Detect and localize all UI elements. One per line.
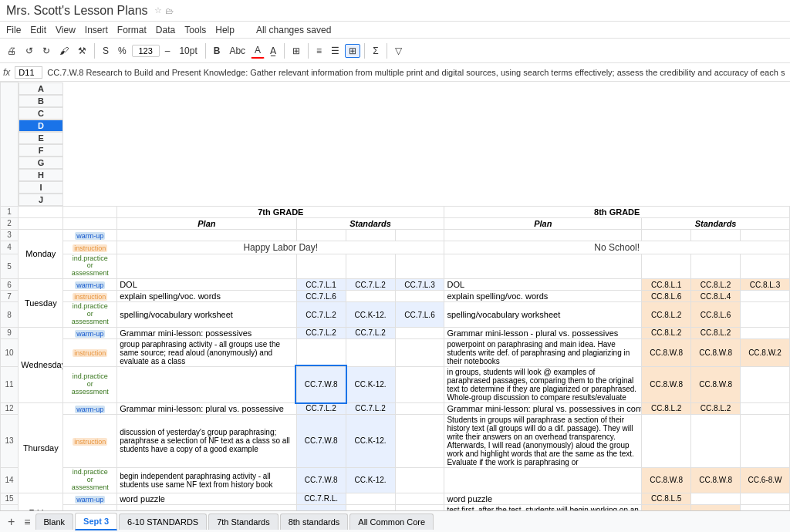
row-num-11[interactable]: 11	[1, 366, 19, 402]
cell-F12[interactable]	[395, 402, 444, 414]
row-num-1[interactable]: 1	[1, 206, 19, 217]
sheet-tab-blank[interactable]: Blank	[35, 513, 74, 530]
cell-D15[interactable]: CC.7.R.L.	[296, 493, 346, 504]
align-center-btn[interactable]: ☰	[327, 43, 343, 59]
cell-I8[interactable]: CC.8.L.6	[691, 302, 741, 328]
cell-J16[interactable]	[741, 504, 790, 510]
col-header-G[interactable]: G	[19, 157, 63, 169]
cell-D12[interactable]: CC.7.L.2	[296, 402, 346, 414]
paint-format-btn[interactable]: 🖌	[56, 43, 73, 59]
cell-H7[interactable]: CC.8.L.6	[642, 291, 691, 302]
row-num-7[interactable]: 7	[1, 291, 19, 302]
cell-D13[interactable]: CC.7.W.8	[296, 414, 346, 467]
highlight-btn[interactable]: A̲	[266, 43, 280, 59]
cell-standards-7[interactable]: Standards	[296, 217, 444, 229]
cell-D14[interactable]: CC.7.W.8	[296, 467, 346, 493]
cell-I13[interactable]	[691, 414, 741, 467]
cell-F5[interactable]	[395, 254, 444, 279]
col-header-D[interactable]: D	[19, 120, 63, 132]
cell-I15[interactable]	[691, 493, 741, 504]
add-sheet-btn[interactable]: +	[3, 513, 19, 530]
cell-instruction-13[interactable]: instruction	[63, 414, 117, 467]
row-num-10[interactable]: 10	[1, 338, 19, 366]
cell-H8[interactable]: CC.8.L.2	[642, 302, 691, 328]
menu-format[interactable]: Format	[117, 25, 147, 35]
copy-format-btn[interactable]: ⚒	[74, 43, 90, 59]
cell-instruction-10[interactable]: instruction	[63, 338, 117, 366]
cell-E13[interactable]: CC.K-12.	[346, 414, 395, 467]
cell-wednesday[interactable]: Wednesday	[19, 327, 63, 402]
cell-monday[interactable]: Monday	[19, 229, 63, 279]
col-header-F[interactable]: F	[19, 144, 63, 157]
cell-E16[interactable]	[346, 504, 395, 510]
cell-warmup-15[interactable]: warm-up	[63, 493, 117, 504]
cell-D9[interactable]: CC.7.L.2	[296, 327, 346, 338]
merge-btn[interactable]: ⊞	[345, 44, 360, 58]
cell-D16[interactable]: CC.7.L.2	[296, 504, 346, 510]
cell-C6[interactable]: DOL	[117, 279, 297, 291]
cell-F13[interactable]	[395, 414, 444, 467]
cell-J8[interactable]	[741, 302, 790, 328]
col-header-C[interactable]: C	[19, 107, 63, 120]
menu-view[interactable]: View	[56, 25, 76, 35]
cell-monday-8-plan[interactable]: No School!	[444, 241, 790, 254]
row-num-9[interactable]: 9	[1, 327, 19, 338]
cell-plan-8[interactable]: Plan	[444, 217, 642, 229]
cell-C10[interactable]: group paraphrasing activity - all groups…	[117, 338, 297, 366]
cell-F15[interactable]	[395, 493, 444, 504]
font-color-btn[interactable]: A	[251, 42, 265, 59]
cell-tuesday[interactable]: Tuesday	[19, 279, 63, 328]
cell-8th-grade-header[interactable]: 8th GRADE	[444, 206, 790, 217]
cell-H14[interactable]: CC.8.W.8	[642, 467, 691, 493]
cell-F14[interactable]	[395, 467, 444, 493]
cell-F7[interactable]	[395, 291, 444, 302]
row-num-5[interactable]: 5	[1, 254, 19, 279]
cell-thursday[interactable]: Thursday	[19, 402, 63, 493]
cell-D3[interactable]	[296, 229, 346, 241]
cell-G5[interactable]	[444, 254, 642, 279]
cell-plan-7[interactable]: Plan	[117, 217, 297, 229]
cell-monday-7-plan[interactable]: Happy Labor Day!	[117, 241, 444, 254]
cell-J14[interactable]: CC.6-8.W	[741, 467, 790, 493]
sheet-tab-sept3[interactable]: Sept 3	[75, 513, 117, 530]
row-num-12[interactable]: 12	[1, 402, 19, 414]
col-header-B[interactable]: B	[19, 95, 63, 107]
cell-E8[interactable]: CC.K-12.	[346, 302, 395, 328]
row-num-2[interactable]: 2	[1, 217, 19, 229]
formula-content[interactable]: CC.7.W.8 Research to Build and Present K…	[47, 68, 787, 77]
col-header-A[interactable]: A	[19, 82, 63, 95]
cell-J15[interactable]	[741, 493, 790, 504]
cell-instruction-4[interactable]: instruction	[63, 241, 117, 254]
cell-B2[interactable]	[63, 217, 117, 229]
cell-G15[interactable]: word puzzle	[444, 493, 642, 504]
cell-indpractice-14[interactable]: ind.practiceorassessment	[63, 467, 117, 493]
cell-H3[interactable]	[642, 229, 691, 241]
star-icon[interactable]: ☆	[154, 5, 162, 15]
cell-F10[interactable]	[395, 338, 444, 366]
cell-D10[interactable]	[296, 338, 346, 366]
menu-data[interactable]: Data	[156, 25, 175, 35]
sheet-tab-6-10-standards[interactable]: 6-10 STANDARDS	[119, 513, 207, 530]
cell-indpractice-8[interactable]: ind.practiceorassessment	[63, 302, 117, 328]
percent-btn[interactable]: %	[114, 43, 130, 59]
cell-J6[interactable]: CC.8.L.3	[741, 279, 790, 291]
font-size-input[interactable]	[132, 45, 160, 57]
cell-F11[interactable]	[395, 366, 444, 402]
cell-J3[interactable]	[741, 229, 790, 241]
col-header-J[interactable]: J	[19, 194, 63, 206]
cell-I14[interactable]: CC.8.W.8	[691, 467, 741, 493]
sheet-tab-all-common-core[interactable]: All Common Core	[349, 513, 434, 530]
cell-G3[interactable]	[444, 229, 642, 241]
cell-H16[interactable]: CC.8.W.8	[642, 504, 691, 510]
folder-icon[interactable]: 🗁	[165, 6, 174, 15]
col-header-E[interactable]: E	[19, 132, 63, 144]
cell-E10[interactable]	[346, 338, 395, 366]
cell-E12[interactable]: CC.7.L.2	[346, 402, 395, 414]
cell-C14[interactable]: begin independent paraphrasing activity …	[117, 467, 297, 493]
row-num-8[interactable]: 8	[1, 302, 19, 328]
cell-H5[interactable]	[642, 254, 691, 279]
cell-I16[interactable]: CC.8.W.8	[691, 504, 741, 510]
cell-C9[interactable]: Grammar mini-lesson: possessives	[117, 327, 297, 338]
cell-warmup-12[interactable]: warm-up	[63, 402, 117, 414]
menu-help[interactable]: Help	[215, 25, 235, 35]
